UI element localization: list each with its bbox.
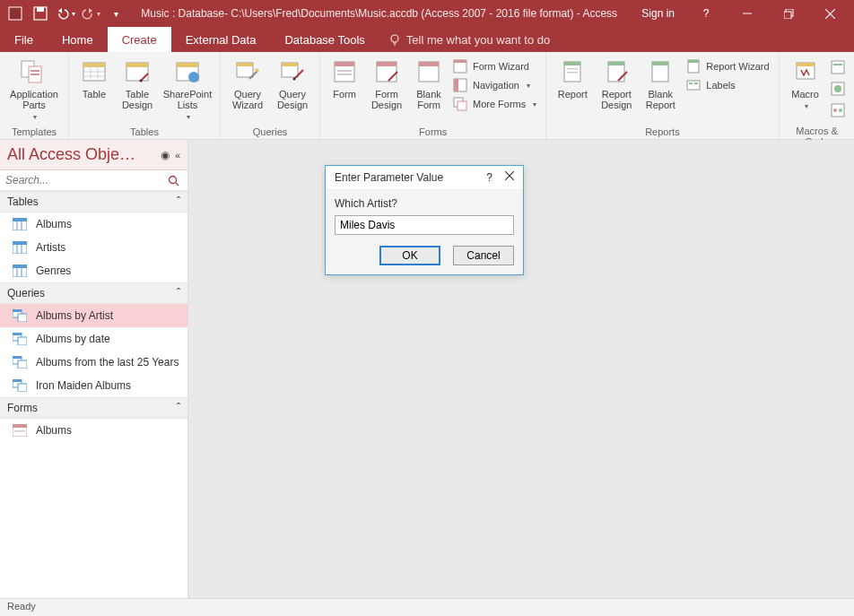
ribbon-tabs: File Home Create External Data Database … [0, 27, 854, 52]
report-wizard-icon [686, 59, 701, 74]
nav-item-form[interactable]: Albums [0, 419, 187, 442]
code-column [828, 56, 850, 124]
svg-rect-63 [694, 82, 698, 84]
nav-search-row [0, 170, 187, 191]
svg-point-71 [833, 108, 837, 112]
sharepoint-icon [173, 57, 202, 86]
macro-button[interactable]: Macro ▾ [785, 56, 826, 124]
table-button[interactable]: Table [74, 56, 114, 125]
navigation-button[interactable]: Navigation▾ [449, 76, 540, 94]
visual-basic-icon[interactable] [830, 102, 848, 120]
application-parts-button[interactable]: Application Parts ▾ [5, 56, 63, 125]
nav-category-forms[interactable]: Formsˆ [0, 397, 187, 419]
svg-rect-65 [797, 63, 815, 66]
nav-item-query[interactable]: Albums by date [0, 327, 187, 351]
svg-rect-84 [13, 265, 27, 268]
redo-button[interactable]: ▾ [79, 2, 102, 25]
chevron-down-icon: ▾ [187, 113, 190, 121]
nav-item-table[interactable]: Genres [0, 259, 187, 282]
group-label: Reports [552, 125, 772, 137]
undo-button[interactable]: ▾ [54, 2, 77, 25]
lightbulb-icon [388, 33, 401, 46]
svg-rect-100 [13, 424, 27, 428]
report-wizard-button[interactable]: Report Wizard [683, 57, 772, 75]
nav-item-query[interactable]: Albums by Artist [0, 304, 187, 327]
tab-create[interactable]: Create [108, 27, 171, 52]
parameter-input[interactable] [335, 215, 514, 235]
window-title: Music : Database- C:\Users\Fred\Document… [127, 7, 631, 20]
save-button[interactable] [29, 2, 52, 25]
tab-home[interactable]: Home [48, 27, 108, 52]
form-wizard-button[interactable]: Form Wizard [449, 57, 540, 75]
qat-customize-button[interactable]: ▾ [104, 2, 127, 25]
group-queries: Query Wizard Query Design Queries [221, 52, 320, 139]
nav-options-button[interactable]: ◉ [161, 149, 170, 161]
collapse-icon: ˆ [177, 287, 180, 299]
nav-search-input[interactable] [0, 170, 168, 190]
help-button[interactable]: ? [685, 0, 727, 27]
cancel-button[interactable]: Cancel [453, 246, 514, 265]
class-module-icon[interactable] [830, 81, 848, 99]
more-forms-button[interactable]: More Forms▾ [449, 95, 540, 113]
svg-rect-47 [454, 79, 458, 91]
svg-point-72 [839, 108, 842, 112]
svg-rect-55 [608, 62, 624, 65]
restore-button[interactable] [768, 0, 809, 27]
dialog-close-button[interactable] [505, 171, 514, 184]
form-icon [330, 57, 359, 86]
nav-pane-title: All Access Obje… [7, 145, 135, 164]
forms-more-column: Form Wizard Navigation▾ More Forms▾ [449, 56, 540, 125]
ok-button[interactable]: OK [379, 246, 440, 265]
tell-me-label: Tell me what you want to do [406, 33, 550, 47]
blank-form-icon [414, 57, 443, 86]
sign-in-link[interactable]: Sign in [631, 7, 685, 20]
minimize-button[interactable] [727, 0, 768, 27]
svg-rect-0 [9, 7, 22, 20]
collapse-icon: ˆ [177, 195, 180, 208]
report-design-button[interactable]: Report Design [595, 56, 638, 125]
nav-category-tables[interactable]: Tablesˆ [0, 191, 187, 213]
form-button[interactable]: Form [326, 56, 363, 125]
nav-pane-header[interactable]: All Access Obje… ◉ « [0, 140, 187, 170]
nav-item-query[interactable]: Albums from the last 25 Years [0, 351, 187, 374]
macro-icon [791, 57, 820, 86]
query-design-button[interactable]: Query Design [271, 56, 314, 125]
ribbon: Application Parts ▾ Templates Table Tabl… [0, 52, 854, 140]
table-icon [80, 57, 109, 86]
nav-item-query[interactable]: Iron Maiden Albums [0, 374, 187, 397]
nav-category-queries[interactable]: Queriesˆ [0, 282, 187, 304]
chevron-down-icon: ▾ [805, 102, 808, 110]
tab-file[interactable]: File [0, 27, 48, 52]
tab-database-tools[interactable]: Database Tools [270, 27, 379, 52]
navigation-icon [453, 78, 467, 92]
report-button[interactable]: Report [552, 56, 593, 125]
application-parts-icon [20, 57, 48, 86]
search-icon[interactable] [168, 175, 187, 187]
query-wizard-button[interactable]: Query Wizard [226, 56, 269, 125]
access-app-icon[interactable] [4, 2, 27, 25]
status-bar: Ready [0, 598, 854, 616]
group-label: Forms [326, 125, 540, 137]
nav-collapse-button[interactable]: « [175, 150, 180, 161]
query-object-icon [13, 309, 27, 322]
svg-rect-32 [282, 63, 298, 66]
blank-report-button[interactable]: Blank Report [640, 56, 681, 125]
labels-button[interactable]: Labels [683, 76, 772, 94]
title-bar: ▾ ▾ ▾ Music : Database- C:\Users\Fred\Do… [0, 0, 854, 27]
blank-form-button[interactable]: Blank Form [410, 56, 448, 125]
form-design-button[interactable]: Form Design [365, 56, 408, 125]
svg-point-73 [170, 176, 177, 183]
nav-item-table[interactable]: Albums [0, 213, 187, 236]
titlebar-right: Sign in ? [631, 0, 850, 27]
close-button[interactable] [809, 0, 850, 27]
more-forms-icon [453, 97, 467, 111]
sharepoint-lists-button[interactable]: SharePoint Lists ▾ [161, 56, 214, 125]
module-icon[interactable] [830, 59, 848, 77]
table-design-button[interactable]: Table Design [116, 56, 159, 125]
chevron-down-icon: ▾ [533, 100, 536, 108]
tab-external-data[interactable]: External Data [171, 27, 271, 52]
nav-item-table[interactable]: Artists [0, 236, 187, 259]
tell-me-search[interactable]: Tell me what you want to do [388, 27, 550, 52]
dialog-help-button[interactable]: ? [486, 171, 492, 184]
report-icon [558, 57, 587, 86]
